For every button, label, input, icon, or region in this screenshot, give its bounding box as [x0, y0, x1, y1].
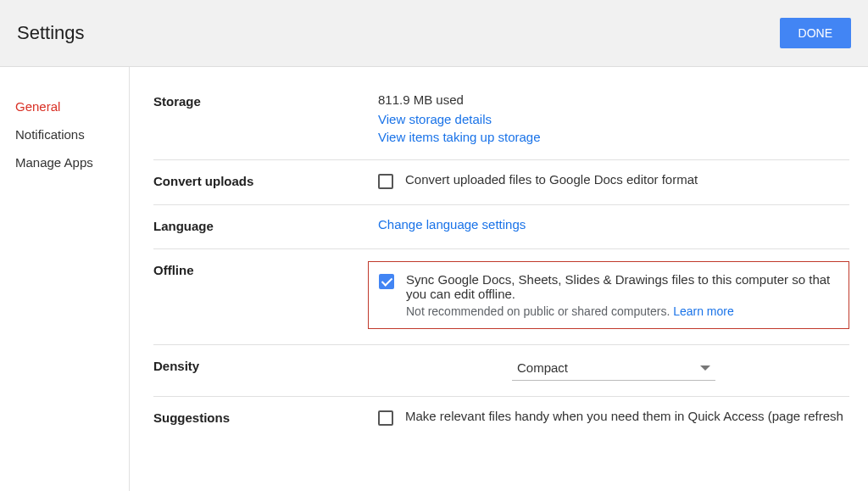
- link-learn-more-offline[interactable]: Learn more: [673, 304, 734, 318]
- section-density: Density Compact: [153, 345, 849, 397]
- section-body-offline: Sync Google Docs, Sheets, Slides & Drawi…: [378, 261, 849, 329]
- section-suggestions: Suggestions Make relevant files handy wh…: [153, 397, 849, 441]
- section-label-density: Density: [153, 357, 378, 381]
- section-label-storage: Storage: [153, 92, 378, 144]
- checkbox-convert-uploads[interactable]: [378, 174, 393, 189]
- link-view-storage-details[interactable]: View storage details: [378, 112, 849, 126]
- section-label-convert: Convert uploads: [153, 172, 378, 189]
- offline-highlight-box: Sync Google Docs, Sheets, Slides & Drawi…: [368, 261, 849, 329]
- section-label-offline: Offline: [153, 261, 378, 329]
- chevron-down-icon: [700, 365, 710, 371]
- offline-note: Not recommended on public or shared comp…: [406, 304, 840, 318]
- section-body-storage: 811.9 MB used View storage details View …: [378, 92, 849, 144]
- offline-sync-text: Sync Google Docs, Sheets, Slides & Drawi…: [406, 272, 840, 301]
- checkbox-suggestions-quick-access[interactable]: [378, 410, 393, 426]
- select-density[interactable]: Compact: [512, 357, 715, 381]
- section-body-density: Compact: [378, 357, 849, 381]
- body: General Notifications Manage Apps Storag…: [0, 67, 868, 491]
- checkbox-offline-sync[interactable]: [379, 274, 394, 289]
- section-body-language: Change language settings: [378, 217, 849, 233]
- section-storage: Storage 811.9 MB used View storage detai…: [153, 92, 849, 160]
- section-offline: Offline Sync Google Docs, Sheets, Slides…: [153, 249, 849, 345]
- section-label-language: Language: [153, 217, 378, 233]
- sidebar-item-manage-apps[interactable]: Manage Apps: [0, 148, 129, 176]
- select-density-value: Compact: [517, 360, 568, 375]
- section-body-suggestions: Make relevant files handy when you need …: [378, 409, 849, 426]
- sidebar: General Notifications Manage Apps: [0, 67, 130, 491]
- offline-note-prefix: Not recommended on public or shared comp…: [406, 304, 673, 318]
- section-body-convert: Convert uploaded files to Google Docs ed…: [378, 172, 849, 189]
- header: Settings DONE: [0, 0, 868, 67]
- main-panel: Storage 811.9 MB used View storage detai…: [130, 67, 868, 491]
- sidebar-item-general[interactable]: General: [0, 92, 129, 120]
- storage-used-text: 811.9 MB used: [378, 92, 849, 107]
- section-label-suggestions: Suggestions: [153, 409, 378, 426]
- done-button[interactable]: DONE: [780, 18, 851, 48]
- sidebar-item-notifications[interactable]: Notifications: [0, 120, 129, 148]
- section-convert-uploads: Convert uploads Convert uploaded files t…: [153, 160, 849, 205]
- page-title: Settings: [17, 22, 85, 44]
- offline-text-group: Sync Google Docs, Sheets, Slides & Drawi…: [406, 272, 840, 318]
- suggestions-text: Make relevant files handy when you need …: [405, 409, 843, 423]
- section-language: Language Change language settings: [153, 205, 849, 249]
- link-change-language[interactable]: Change language settings: [378, 217, 526, 232]
- link-view-items-taking-storage[interactable]: View items taking up storage: [378, 130, 849, 144]
- convert-uploads-text: Convert uploaded files to Google Docs ed…: [405, 172, 698, 187]
